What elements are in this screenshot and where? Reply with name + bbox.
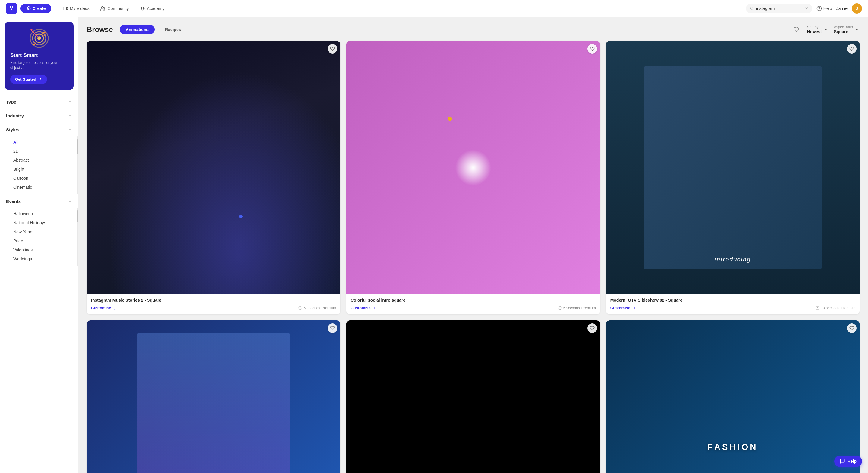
chevron-up-icon bbox=[67, 127, 72, 132]
app-logo[interactable]: V bbox=[6, 3, 17, 14]
aspect-control[interactable]: Aspect ratio Square bbox=[834, 25, 860, 34]
nav-my-videos[interactable]: My Videos bbox=[59, 3, 94, 13]
video-info: Colorful social intro square Customise 6… bbox=[346, 294, 600, 314]
styles-list: All 2D Abstract Bright Cartoon Cinematic bbox=[0, 136, 79, 194]
help-link[interactable]: Help bbox=[816, 6, 832, 11]
video-title: Modern IGTV Slideshow 02 - Square bbox=[610, 298, 855, 303]
heart-icon bbox=[794, 27, 799, 32]
styles-filter-section: Styles All 2D Abstract Bright Cartoon Ci… bbox=[0, 123, 79, 194]
nav-right: × Help Jamie J bbox=[746, 3, 862, 13]
chevron-down-icon bbox=[67, 199, 72, 204]
style-item-cinematic[interactable]: Cinematic bbox=[10, 183, 79, 192]
type-filter-section: Type bbox=[0, 95, 79, 109]
arrow-right-icon bbox=[372, 306, 376, 310]
sidebar: Start Smart Find targeted recipes for yo… bbox=[0, 17, 79, 473]
event-item-pride[interactable]: Pride bbox=[10, 236, 79, 245]
events-filter-section: Events Halloween National Holidays New Y… bbox=[0, 194, 79, 266]
events-filter-header[interactable]: Events bbox=[0, 195, 79, 208]
video-meta: 10 seconds Premium bbox=[815, 306, 855, 310]
aspect-prefix: Aspect ratio bbox=[834, 25, 853, 29]
browse-right: Sort by Newest Aspect ratio Square bbox=[791, 24, 860, 35]
heart-button[interactable] bbox=[587, 324, 597, 333]
heart-button[interactable] bbox=[328, 44, 337, 54]
customise-link[interactable]: Customise bbox=[91, 306, 116, 310]
style-item-bright[interactable]: Bright bbox=[10, 165, 79, 174]
sort-control[interactable]: Sort by Newest bbox=[807, 25, 829, 34]
arrow-right-icon bbox=[631, 306, 636, 310]
type-filter-header[interactable]: Type bbox=[0, 95, 79, 109]
promo-illustration bbox=[29, 28, 50, 49]
sort-value: Newest bbox=[807, 29, 822, 34]
video-footer: Customise 10 seconds Premium bbox=[610, 306, 855, 310]
event-item-weddings[interactable]: Weddings bbox=[10, 255, 79, 264]
clock-icon bbox=[299, 306, 302, 310]
navigation: V Create My Videos Community Academy × H… bbox=[0, 0, 868, 17]
heart-outline-icon bbox=[849, 46, 854, 51]
customise-link[interactable]: Customise bbox=[350, 306, 376, 310]
search-input[interactable] bbox=[756, 6, 803, 11]
events-scrollbar-thumb bbox=[77, 210, 79, 223]
video-title: Instagram Music Stories 2 - Square bbox=[91, 298, 336, 303]
chat-icon bbox=[840, 459, 845, 464]
video-thumbnail[interactable]: FASHION bbox=[606, 320, 860, 473]
style-item-cartoon[interactable]: Cartoon bbox=[10, 174, 79, 183]
tab-recipes[interactable]: Recipes bbox=[159, 25, 187, 34]
style-item-abstract[interactable]: Abstract bbox=[10, 156, 79, 165]
style-item-2d[interactable]: 2D bbox=[10, 147, 79, 156]
video-thumbnail[interactable] bbox=[346, 320, 600, 473]
svg-point-2 bbox=[101, 6, 103, 8]
search-clear-button[interactable]: × bbox=[805, 6, 808, 11]
search-box[interactable]: × bbox=[746, 4, 812, 13]
sort-prefix: Sort by bbox=[807, 25, 822, 29]
video-thumbnail[interactable] bbox=[346, 41, 600, 294]
event-item-new-years[interactable]: New Years bbox=[10, 227, 79, 236]
browse-header: Browse Animations Recipes Sort by Newest bbox=[87, 24, 860, 35]
video-thumbnail[interactable] bbox=[87, 320, 340, 473]
aspect-value: Square bbox=[834, 29, 853, 34]
user-avatar[interactable]: J bbox=[852, 3, 862, 13]
search-icon bbox=[750, 6, 754, 10]
video-footer: Customise 6 seconds Premium bbox=[350, 306, 595, 310]
industry-filter-header[interactable]: Industry bbox=[0, 109, 79, 123]
premium-badge: Premium bbox=[321, 306, 336, 310]
scrollbar-track[interactable] bbox=[77, 136, 79, 194]
video-thumbnail[interactable] bbox=[87, 41, 340, 294]
community-icon bbox=[100, 6, 106, 11]
customise-link[interactable]: Customise bbox=[610, 306, 636, 310]
style-item-all[interactable]: All bbox=[10, 138, 79, 147]
video-footer: Customise 6 seconds Premium bbox=[91, 306, 336, 310]
svg-point-11 bbox=[37, 36, 41, 40]
nav-community[interactable]: Community bbox=[96, 3, 133, 13]
nav-academy[interactable]: Academy bbox=[135, 3, 169, 13]
tab-animations[interactable]: Animations bbox=[120, 25, 155, 34]
promo-title: Start Smart bbox=[10, 53, 68, 59]
heart-button[interactable] bbox=[587, 44, 597, 54]
create-button[interactable]: Create bbox=[21, 4, 51, 13]
styles-filter-header[interactable]: Styles bbox=[0, 123, 79, 136]
premium-badge: Premium bbox=[581, 306, 596, 310]
svg-line-12 bbox=[32, 31, 37, 36]
video-info: Modern IGTV Slideshow 02 - Square Custom… bbox=[606, 294, 860, 314]
get-started-button[interactable]: Get Started bbox=[10, 75, 47, 84]
event-item-valentines[interactable]: Valentines bbox=[10, 245, 79, 255]
video-meta: 6 seconds Premium bbox=[558, 306, 596, 310]
heart-outline-icon bbox=[330, 46, 335, 51]
video-thumbnail[interactable]: introducing bbox=[606, 41, 860, 294]
video-icon bbox=[63, 6, 68, 11]
chevron-down-icon bbox=[67, 113, 72, 118]
scrollbar-thumb bbox=[77, 139, 79, 155]
favorites-button[interactable] bbox=[791, 24, 802, 35]
promo-description: Find targeted recipes for your objective bbox=[10, 60, 68, 70]
svg-line-5 bbox=[752, 9, 753, 10]
help-bubble[interactable]: Help bbox=[834, 455, 862, 467]
video-meta: 6 seconds Premium bbox=[299, 306, 336, 310]
browse-left: Browse Animations Recipes bbox=[87, 25, 187, 34]
svg-rect-1 bbox=[63, 7, 66, 10]
heart-button[interactable] bbox=[847, 44, 857, 54]
video-card: FASHION Customise bbox=[606, 320, 860, 473]
events-scrollbar-track[interactable] bbox=[77, 208, 79, 266]
event-item-halloween[interactable]: Halloween bbox=[10, 209, 79, 218]
main-content: Browse Animations Recipes Sort by Newest bbox=[79, 17, 868, 473]
event-item-national-holidays[interactable]: National Holidays bbox=[10, 218, 79, 227]
video-card: Customise bbox=[346, 320, 600, 473]
